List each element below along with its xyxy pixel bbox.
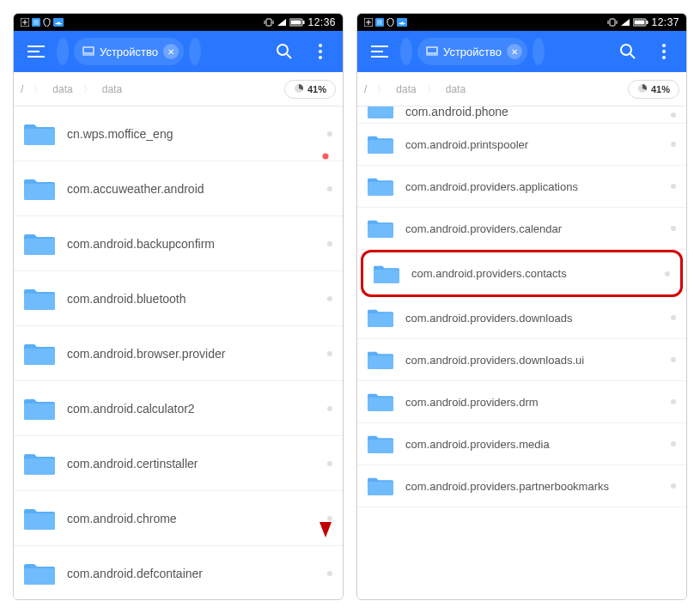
folder-item[interactable]: com.android.providers.applications [357, 166, 686, 208]
status-time: 12:36 [307, 16, 336, 28]
item-options-icon[interactable] [671, 112, 676, 118]
svg-point-22 [662, 44, 666, 47]
folder-item[interactable]: com.android.calculator2 [14, 381, 343, 436]
chevron-right-icon: 〉 [33, 83, 42, 95]
crumb-data1[interactable]: data [396, 83, 416, 95]
folder-item[interactable]: com.android.providers.drm [357, 381, 686, 423]
folder-item[interactable]: com.android.browser.provider [14, 326, 343, 381]
folder-name: com.android.providers.downloads [405, 312, 659, 325]
more-button[interactable] [305, 36, 336, 67]
folder-item[interactable]: com.android.bluetooth [14, 271, 343, 326]
folder-item[interactable]: com.android.certinstaller [14, 436, 343, 491]
folder-item[interactable]: com.android.chrome [14, 491, 343, 546]
device-icon [426, 46, 438, 58]
item-options-icon[interactable] [327, 296, 332, 301]
item-options-icon[interactable] [327, 516, 332, 521]
crumb-root[interactable]: / [364, 83, 367, 95]
menu-button[interactable] [364, 36, 395, 67]
folder-item[interactable]: cn.wps.moffice_eng [14, 106, 343, 161]
file-list[interactable]: com.android.phonecom.android.printspoole… [357, 106, 686, 599]
folder-item[interactable]: com.android.providers.partnerbookmarks [357, 465, 686, 507]
status-battery-icon [633, 18, 648, 27]
svg-point-8 [277, 45, 288, 55]
menu-button[interactable] [21, 36, 52, 67]
tab-label: Устройство [100, 46, 158, 58]
folder-name: com.android.browser.provider [67, 347, 315, 361]
folder-name: com.android.phone [405, 106, 659, 118]
breadcrumb: / 〉 data 〉 data 41% [14, 72, 343, 106]
device-icon [82, 46, 94, 58]
phone-right: 12:37 Устройство ✕ / 〉 d [356, 13, 687, 600]
file-list[interactable]: cn.wps.moffice_engcom.accuweather.androi… [14, 106, 343, 599]
pie-icon [294, 83, 304, 95]
item-options-icon[interactable] [671, 399, 676, 404]
item-options-icon[interactable] [671, 142, 676, 147]
folder-item[interactable]: com.android.backupconfirm [14, 216, 343, 271]
crumb-data1[interactable]: data [52, 83, 72, 95]
item-options-icon[interactable] [327, 461, 332, 466]
item-options-icon[interactable] [665, 271, 670, 276]
folder-item[interactable]: com.accuweather.android [14, 161, 343, 216]
folder-name: com.android.providers.drm [405, 396, 659, 409]
tab-chip-edge [533, 38, 545, 65]
item-options-icon[interactable] [327, 186, 332, 191]
tab-device[interactable]: Устройство ✕ [74, 38, 184, 65]
crumb-root[interactable]: / [21, 83, 23, 95]
tab-close-icon[interactable]: ✕ [163, 44, 179, 59]
item-options-icon[interactable] [671, 357, 676, 362]
svg-point-24 [662, 56, 666, 59]
folder-name: com.android.providers.partnerbookmarks [405, 480, 659, 493]
item-options-icon[interactable] [671, 226, 676, 231]
storage-percent: 41% [307, 84, 326, 94]
tab-chip-edge [189, 38, 201, 65]
status-signal-icon [620, 18, 630, 27]
folder-item[interactable]: com.android.providers.contacts [363, 252, 680, 294]
folder-name: com.accuweather.android [67, 182, 315, 196]
item-options-icon[interactable] [671, 315, 676, 320]
folder-name: com.android.providers.applications [405, 180, 659, 193]
tab-close-icon[interactable]: ✕ [507, 44, 522, 59]
svg-point-21 [621, 45, 631, 55]
item-options-icon[interactable] [327, 571, 332, 576]
svg-point-11 [319, 56, 322, 59]
svg-rect-3 [266, 19, 271, 26]
svg-point-10 [319, 50, 322, 53]
storage-badge[interactable]: 41% [284, 80, 336, 99]
item-options-icon[interactable] [671, 184, 676, 189]
status-add-icon [364, 18, 373, 27]
status-app-icon [32, 18, 40, 27]
crumb-data2[interactable]: data [102, 83, 122, 95]
item-options-icon[interactable] [327, 241, 332, 246]
folder-item[interactable]: com.android.defcontainer [14, 546, 343, 599]
search-button[interactable] [269, 36, 300, 67]
svg-rect-7 [83, 47, 94, 53]
status-bar: 12:36 [14, 14, 343, 31]
item-options-icon[interactable] [327, 131, 332, 137]
status-signal-icon [277, 18, 287, 27]
folder-name: com.android.chrome [67, 512, 315, 525]
folder-item[interactable]: com.android.providers.media [357, 423, 686, 465]
storage-badge[interactable]: 41% [628, 80, 679, 99]
item-options-icon[interactable] [327, 406, 332, 411]
folder-item-partial[interactable]: com.android.phone [357, 106, 686, 124]
folder-item[interactable]: com.android.providers.calendar [357, 208, 686, 250]
tab-label: Устройство [443, 46, 502, 58]
item-options-icon[interactable] [327, 351, 332, 356]
folder-item[interactable]: com.android.providers.downloads [357, 297, 686, 339]
folder-name: com.android.backupconfirm [67, 237, 315, 251]
folder-item[interactable]: com.android.providers.downloads.ui [357, 339, 686, 381]
more-button[interactable] [648, 36, 679, 67]
folder-item[interactable]: com.android.printspooler [357, 124, 686, 166]
status-battery-icon [289, 18, 305, 27]
search-button[interactable] [612, 36, 643, 67]
tab-device[interactable]: Устройство ✕ [417, 38, 527, 65]
svg-rect-16 [610, 19, 615, 26]
tab-chip-edge [57, 38, 69, 65]
highlighted-folder: com.android.providers.contacts [361, 250, 683, 297]
item-options-icon[interactable] [671, 483, 676, 489]
item-options-icon[interactable] [671, 441, 676, 446]
svg-rect-20 [427, 47, 437, 53]
folder-name: com.android.providers.calendar [405, 222, 659, 235]
folder-name: com.android.providers.contacts [411, 267, 653, 280]
crumb-data2[interactable]: data [446, 83, 466, 95]
